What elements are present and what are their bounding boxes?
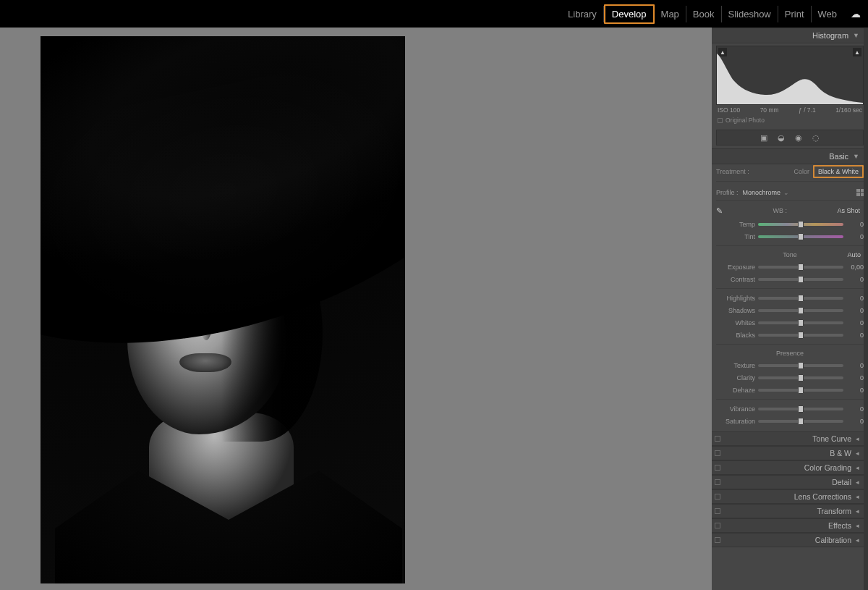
panel-header-tone-curve[interactable]: Tone Curve ◂ (712, 431, 868, 446)
chevron-down-icon: ▼ (853, 153, 859, 160)
panel-header-bw[interactable]: B & W ◂ (712, 446, 868, 460)
slider-thumb-tint[interactable] (798, 233, 804, 240)
slider-tint[interactable] (758, 235, 843, 238)
top-module-bar: Library Develop Map Book Slideshow Print… (0, 0, 868, 28)
slider-whites[interactable] (758, 321, 843, 324)
slider-blacks[interactable] (758, 334, 843, 337)
slider-value-exposure[interactable]: 0,00 (843, 264, 864, 271)
chevron-left-icon: ◂ (856, 464, 859, 471)
panel-label-transform: Transform (817, 507, 851, 515)
panel-header-lens[interactable]: Lens Corrections ◂ (712, 489, 868, 504)
panel-header-calibration[interactable]: Calibration ◂ (712, 533, 868, 547)
profile-label: Profile : (716, 189, 739, 196)
panel-switch-icon[interactable] (715, 465, 720, 471)
panel-header-basic[interactable]: Basic ▼ (712, 148, 868, 164)
crop-tool-icon[interactable]: ▣ (760, 133, 767, 143)
slider-highlights[interactable] (758, 297, 843, 300)
slider-shadows[interactable] (758, 309, 843, 312)
photo-preview[interactable] (41, 36, 405, 583)
panel-switch-icon[interactable] (715, 436, 720, 442)
slider-value-contrast[interactable]: 0 (843, 276, 864, 283)
slider-thumb-vibrance[interactable] (798, 405, 804, 413)
tone-auto-button[interactable]: Auto (844, 249, 864, 261)
slider-label-tint: Tint (716, 233, 758, 240)
panel-header-transform[interactable]: Transform ◂ (712, 504, 868, 518)
slider-temp[interactable] (758, 223, 843, 226)
treatment-option-bw[interactable]: Black & White (813, 165, 864, 178)
right-panel-scrollbar[interactable] (864, 28, 868, 590)
panel-switch-icon[interactable] (715, 450, 720, 456)
module-tab-develop[interactable]: Develop (604, 4, 655, 24)
hist-aperture: ƒ / 7.1 (799, 106, 816, 114)
histogram-graph[interactable]: ▲ ▲ (716, 46, 864, 105)
slider-value-texture[interactable]: 0 (843, 362, 864, 369)
slider-value-clarity[interactable]: 0 (843, 374, 864, 382)
panel-switch-icon[interactable] (715, 523, 720, 528)
panel-header-detail[interactable]: Detail ◂ (712, 475, 868, 489)
slider-thumb-dehaze[interactable] (798, 387, 804, 394)
slider-label-shadows: Shadows (716, 307, 758, 314)
slider-value-dehaze[interactable]: 0 (843, 387, 864, 394)
slider-saturation[interactable] (758, 420, 843, 423)
profile-row[interactable]: Profile : Monochrome ⌄ (716, 185, 864, 201)
slider-value-saturation[interactable]: 0 (843, 418, 864, 425)
mask-tool-icon[interactable]: ◌ (812, 133, 820, 143)
slider-thumb-shadows[interactable] (798, 307, 804, 314)
spot-tool-icon[interactable]: ◒ (778, 133, 785, 143)
slider-label-exposure: Exposure (716, 264, 758, 271)
slider-clarity[interactable] (758, 376, 843, 379)
slider-thumb-exposure[interactable] (798, 264, 804, 271)
original-photo-checkbox-icon[interactable] (718, 118, 723, 123)
slider-thumb-highlights[interactable] (798, 295, 804, 302)
panel-switch-icon[interactable] (715, 494, 720, 500)
panel-header-histogram[interactable]: Histogram ▼ (712, 28, 868, 43)
slider-dehaze[interactable] (758, 389, 843, 392)
slider-thumb-temp[interactable] (798, 221, 804, 228)
slider-exposure[interactable] (758, 266, 843, 269)
panel-switch-icon[interactable] (715, 537, 720, 543)
slider-value-whites[interactable]: 0 (843, 319, 864, 326)
slider-thumb-contrast[interactable] (798, 276, 804, 283)
panel-switch-icon[interactable] (715, 508, 720, 514)
slider-thumb-blacks[interactable] (798, 332, 804, 339)
slider-value-vibrance[interactable]: 0 (843, 405, 864, 413)
slider-vibrance[interactable] (758, 408, 843, 410)
slider-thumb-clarity[interactable] (798, 374, 804, 382)
module-tab-library[interactable]: Library (561, 6, 604, 22)
slider-value-shadows[interactable]: 0 (843, 307, 864, 314)
wb-preset-dropdown[interactable]: As Shot (833, 206, 864, 215)
local-adjust-toolstrip: ▣ ◒ ◉ ◌ (716, 130, 864, 146)
treatment-option-color[interactable]: Color (790, 167, 813, 177)
slider-thumb-whites[interactable] (798, 319, 804, 326)
wb-dropper-icon[interactable]: ✎ (716, 206, 726, 216)
slider-value-tint[interactable]: 0 (843, 233, 864, 240)
panel-header-color-grading[interactable]: Color Grading ◂ (712, 460, 868, 475)
slider-thumb-texture[interactable] (798, 362, 804, 369)
module-tab-web[interactable]: Web (812, 6, 844, 22)
module-tab-book[interactable]: Book (686, 6, 722, 22)
slider-thumb-saturation[interactable] (798, 418, 804, 425)
slider-value-temp[interactable]: 0 (843, 221, 864, 228)
redeye-tool-icon[interactable]: ◉ (795, 133, 802, 143)
panel-label-bw: B & W (830, 449, 851, 458)
histogram-original-row[interactable]: Original Photo (712, 114, 868, 127)
module-tab-map[interactable]: Map (655, 6, 686, 22)
panel-label-calibration: Calibration (815, 536, 851, 544)
slider-contrast[interactable] (758, 278, 843, 281)
slider-value-blacks[interactable]: 0 (843, 332, 864, 339)
module-tab-slideshow[interactable]: Slideshow (722, 6, 778, 22)
slider-row-saturation: Saturation 0 (716, 415, 864, 427)
panel-header-effects[interactable]: Effects ◂ (712, 518, 868, 533)
module-tab-print[interactable]: Print (778, 6, 812, 22)
slider-row-tint: Tint 0 (716, 230, 864, 243)
panel-header-histogram-label: Histogram (812, 31, 848, 40)
slider-texture[interactable] (758, 364, 843, 367)
profile-browser-icon[interactable] (856, 189, 864, 196)
slider-value-highlights[interactable]: 0 (843, 295, 864, 302)
cloud-sync-icon[interactable]: ☁ (851, 8, 861, 20)
slider-label-contrast: Contrast (716, 276, 758, 283)
slider-row-blacks: Blacks 0 (716, 329, 864, 341)
profile-dropdown-icon[interactable]: ⌄ (783, 189, 789, 196)
hist-focal: 70 mm (760, 106, 779, 114)
panel-switch-icon[interactable] (715, 479, 720, 485)
